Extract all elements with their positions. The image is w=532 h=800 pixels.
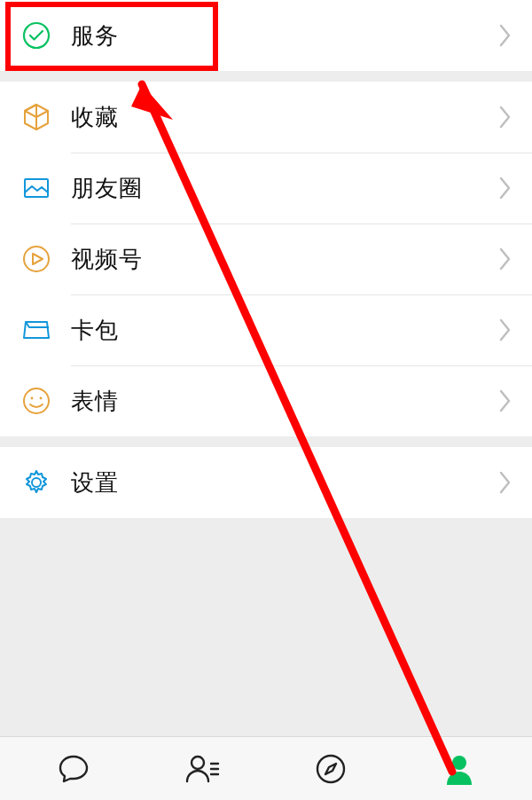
chevron-right-icon [497, 246, 512, 272]
chevron-right-icon [497, 469, 512, 496]
settings-icon [21, 467, 71, 498]
chevron-right-icon [497, 317, 512, 343]
services-icon [21, 20, 71, 51]
menu-item-label: 收藏 [71, 102, 497, 133]
svg-point-9 [192, 757, 204, 769]
tab-contacts[interactable] [184, 751, 220, 787]
svg-point-3 [24, 388, 49, 413]
svg-point-4 [31, 397, 34, 400]
svg-point-5 [40, 397, 43, 400]
svg-point-0 [24, 23, 49, 48]
menu-item-channels[interactable]: 视频号 [0, 224, 532, 294]
svg-point-11 [452, 756, 466, 770]
tab-discover[interactable] [313, 751, 348, 787]
tab-bar [0, 736, 532, 800]
channels-icon [21, 244, 71, 274]
menu-item-cards[interactable]: 卡包 [0, 294, 532, 365]
menu-item-services[interactable]: 服务 [0, 0, 532, 71]
menu-item-stickers[interactable]: 表情 [0, 365, 532, 436]
section-gap [0, 71, 532, 82]
section-gap [0, 436, 532, 447]
menu-group: 收藏 朋友圈 视频号 [0, 82, 532, 436]
svg-rect-1 [25, 179, 48, 197]
menu-group: 设置 [0, 447, 532, 518]
tab-me[interactable] [442, 751, 477, 787]
menu-item-label: 服务 [71, 20, 497, 51]
favorites-icon [21, 102, 71, 132]
menu-item-label: 卡包 [71, 315, 497, 346]
svg-point-2 [24, 247, 49, 271]
moments-icon [21, 173, 71, 203]
menu-item-label: 设置 [71, 467, 497, 498]
svg-point-6 [32, 478, 41, 487]
svg-point-10 [317, 756, 344, 782]
menu-group: 服务 [0, 0, 532, 71]
menu-item-label: 视频号 [71, 244, 497, 275]
menu-item-label: 表情 [71, 386, 497, 417]
chevron-right-icon [497, 22, 512, 49]
menu-item-label: 朋友圈 [71, 173, 497, 204]
menu-item-favorites[interactable]: 收藏 [0, 82, 532, 153]
menu-item-settings[interactable]: 设置 [0, 447, 532, 518]
stickers-icon [21, 386, 71, 416]
tab-chats[interactable] [56, 751, 91, 787]
chevron-right-icon [497, 388, 512, 414]
chevron-right-icon [497, 175, 512, 201]
cards-icon [21, 315, 71, 345]
menu-item-moments[interactable]: 朋友圈 [0, 153, 532, 224]
chevron-right-icon [497, 104, 512, 130]
